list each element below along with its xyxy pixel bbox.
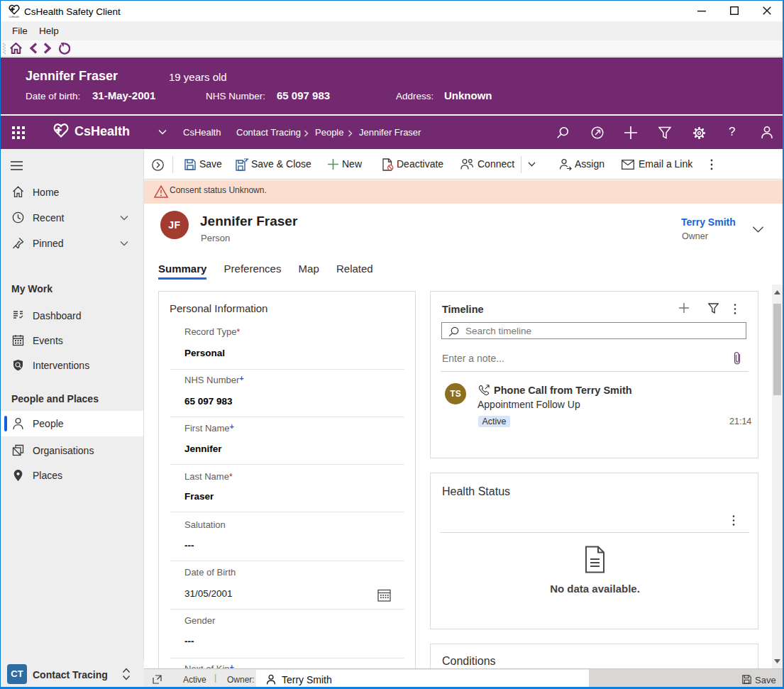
svg-text:CsHealth: CsHealth [9,16,19,18]
